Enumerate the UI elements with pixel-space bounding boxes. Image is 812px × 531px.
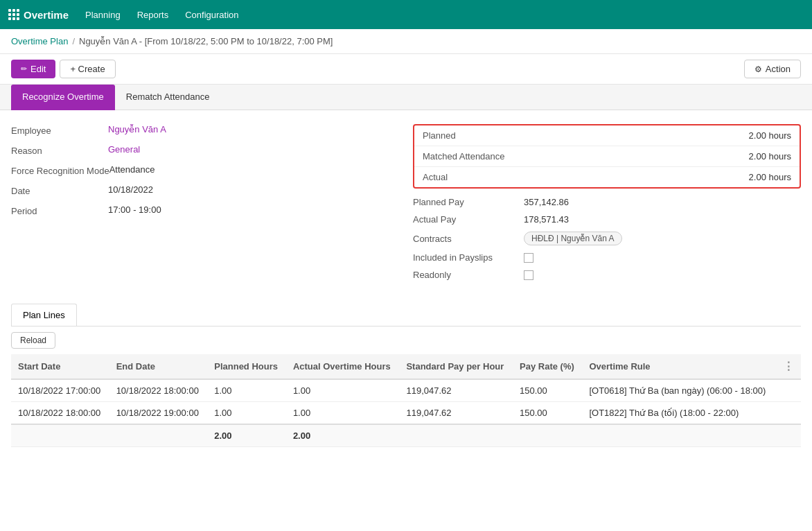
force-recognition-label: Force Recognition Mode — [11, 164, 109, 176]
planned-stat-value: 2.00 hours — [749, 130, 791, 141]
actual-pay-value: 178,571.43 — [524, 214, 569, 225]
breadcrumb: Overtime Plan / Nguyễn Văn A - [From 10/… — [0, 29, 812, 54]
cell-planned-hours: 1.00 — [207, 402, 286, 425]
readonly-label: Readonly — [413, 270, 524, 280]
period-value: 17:00 - 19:00 — [108, 204, 161, 215]
planned-pay-field: Planned Pay 357,142.86 — [413, 197, 801, 207]
contracts-label: Contracts — [413, 234, 524, 244]
plan-lines-table: Start Date End Date Planned Hours Actual… — [11, 354, 801, 447]
reason-field: Reason General — [11, 144, 392, 156]
col-planned-hours: Planned Hours — [207, 354, 286, 379]
col-end-date: End Date — [109, 354, 208, 379]
col-menu: ⋮ — [776, 354, 801, 379]
cell-pay-rate: 150.00 — [513, 402, 582, 425]
tab-rematch-attendance[interactable]: Rematch Attendance — [115, 85, 221, 110]
form-left: Employee Nguyễn Văn A Reason General For… — [11, 124, 406, 287]
gear-icon: ⚙ — [754, 64, 762, 74]
breadcrumb-current: Nguyễn Văn A - [From 10/18/22, 5:00 PM t… — [79, 36, 333, 46]
force-recognition-field: Force Recognition Mode Attendance — [11, 164, 392, 176]
action-bar-right: ⚙ Action — [744, 60, 801, 78]
form-right: Planned 2.00 hours Matched Attendance 2.… — [406, 124, 801, 287]
col-start-date: Start Date — [11, 354, 109, 379]
planned-pay-value: 357,142.86 — [524, 197, 569, 207]
readonly-checkbox[interactable] — [524, 270, 533, 280]
breadcrumb-separator: / — [72, 36, 75, 46]
actual-stat-value: 2.00 hours — [749, 172, 791, 182]
nav-configuration[interactable]: Configuration — [178, 7, 245, 23]
employee-field: Employee Nguyễn Văn A — [11, 124, 392, 136]
action-button[interactable]: ⚙ Action — [744, 60, 801, 78]
cell-actual-overtime-hours: 1.00 — [286, 402, 400, 425]
table-row: 10/18/2022 17:00:00 10/18/2022 18:00:00 … — [11, 379, 801, 402]
actual-pay-label: Actual Pay — [413, 214, 524, 225]
cell-standard-pay: 119,047.62 — [399, 379, 513, 402]
footer-actual-total: 2.00 — [286, 424, 400, 447]
action-bar-left: ✏ Edit + Create — [11, 60, 116, 78]
col-overtime-rule: Overtime Rule — [582, 354, 776, 379]
reason-label: Reason — [11, 144, 108, 156]
stats-box: Planned 2.00 hours Matched Attendance 2.… — [413, 124, 801, 189]
footer-spacer — [11, 424, 207, 447]
included-payslips-label: Included in Payslips — [413, 252, 524, 263]
tab-bar: Recognize Overtime Rematch Attendance — [0, 85, 812, 110]
plan-lines-section: Plan Lines Reload Start Date End Date Pl… — [11, 304, 801, 447]
col-actual-overtime-hours: Actual Overtime Hours — [286, 354, 400, 379]
matched-stat-row: Matched Attendance 2.00 hours — [414, 146, 800, 167]
contracts-field: Contracts HĐLĐ | Nguyễn Văn A — [413, 232, 801, 245]
app-logo[interactable]: Overtime — [8, 9, 69, 21]
app-name: Overtime — [24, 9, 69, 21]
employee-label: Employee — [11, 124, 108, 136]
form-grid: Employee Nguyễn Văn A Reason General For… — [11, 124, 801, 287]
cell-actual-overtime-hours: 1.00 — [286, 379, 400, 402]
force-recognition-value: Attendance — [109, 164, 155, 175]
period-field: Period 17:00 - 19:00 — [11, 204, 392, 216]
breadcrumb-parent[interactable]: Overtime Plan — [11, 36, 68, 46]
footer-planned-total: 2.00 — [207, 424, 286, 447]
period-label: Period — [11, 204, 108, 216]
contracts-value[interactable]: HĐLĐ | Nguyễn Văn A — [524, 232, 622, 245]
footer-rest — [399, 424, 801, 447]
table-footer-row: 2.00 2.00 — [11, 424, 801, 447]
reload-button[interactable]: Reload — [11, 332, 55, 349]
matched-stat-value: 2.00 hours — [749, 151, 791, 162]
planned-pay-label: Planned Pay — [413, 197, 524, 207]
col-pay-rate: Pay Rate (%) — [513, 354, 582, 379]
main-content: Employee Nguyễn Văn A Reason General For… — [0, 110, 812, 461]
planned-stat-row: Planned 2.00 hours — [414, 125, 800, 146]
cell-overtime-rule: [OT1822] Thứ Ba (tối) (18:00 - 22:00) — [582, 402, 776, 425]
tab-plan-lines[interactable]: Plan Lines — [11, 304, 77, 326]
cell-end-date: 10/18/2022 19:00:00 — [109, 402, 208, 425]
cell-start-date: 10/18/2022 17:00:00 — [11, 379, 109, 402]
cell-standard-pay: 119,047.62 — [399, 402, 513, 425]
planned-stat-label: Planned — [423, 130, 749, 141]
date-field: Date 10/18/2022 — [11, 184, 392, 196]
cell-overtime-rule: [OT0618] Thứ Ba (ban ngày) (06:00 - 18:0… — [582, 379, 776, 402]
col-standard-pay: Standard Pay per Hour — [399, 354, 513, 379]
date-value: 10/18/2022 — [108, 184, 153, 195]
date-label: Date — [11, 184, 108, 196]
cell-pay-rate: 150.00 — [513, 379, 582, 402]
tab-recognize-overtime[interactable]: Recognize Overtime — [11, 85, 115, 110]
create-button[interactable]: + Create — [60, 60, 115, 78]
included-payslips-field: Included in Payslips — [413, 252, 801, 263]
cell-start-date: 10/18/2022 18:00:00 — [11, 402, 109, 425]
pencil-icon: ✏ — [21, 64, 27, 73]
inner-tab-bar: Plan Lines — [11, 304, 801, 327]
grid-icon — [8, 9, 19, 20]
edit-button[interactable]: ✏ Edit — [11, 60, 55, 78]
reload-bar: Reload — [11, 327, 801, 354]
reason-value[interactable]: General — [108, 144, 140, 155]
table-header-row: Start Date End Date Planned Hours Actual… — [11, 354, 801, 379]
nav-planning[interactable]: Planning — [78, 7, 127, 23]
actual-stat-label: Actual — [423, 172, 749, 182]
nav-reports[interactable]: Reports — [130, 7, 176, 23]
employee-value[interactable]: Nguyễn Văn A — [108, 124, 166, 134]
actual-pay-field: Actual Pay 178,571.43 — [413, 214, 801, 225]
actual-stat-row: Actual 2.00 hours — [414, 167, 800, 187]
column-menu-icon[interactable]: ⋮ — [783, 360, 794, 372]
readonly-field: Readonly — [413, 270, 801, 280]
action-bar: ✏ Edit + Create ⚙ Action — [0, 54, 812, 85]
top-navigation: Overtime Planning Reports Configuration — [0, 0, 812, 29]
matched-stat-label: Matched Attendance — [423, 151, 749, 162]
included-payslips-checkbox[interactable] — [524, 253, 533, 263]
